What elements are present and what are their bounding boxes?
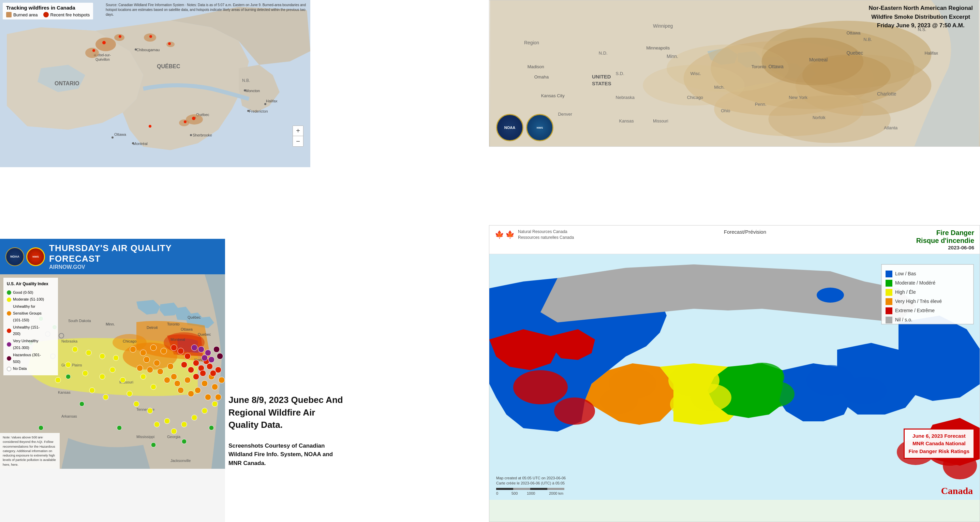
svg-point-36 bbox=[184, 120, 186, 123]
svg-text:1000: 1000 bbox=[527, 491, 535, 495]
svg-point-153 bbox=[185, 377, 191, 383]
noaa-text: NOAA bbox=[504, 126, 515, 130]
svg-point-128 bbox=[140, 374, 146, 379]
hotspots-label: Recent fire hotspots bbox=[51, 12, 90, 18]
svg-rect-220 bbox=[530, 488, 547, 490]
legend-good: Good (0-50) bbox=[7, 289, 54, 296]
noaa-badge: NOAA bbox=[5, 247, 24, 266]
no-data-label: No Data bbox=[13, 366, 27, 372]
svg-point-165 bbox=[185, 353, 191, 359]
smoke-title-line1: Nor-Eastern North American Regional bbox=[869, 5, 973, 11]
svg-rect-209 bbox=[886, 289, 892, 296]
svg-point-197 bbox=[842, 377, 886, 404]
svg-text:Halifax: Halifax bbox=[266, 99, 278, 103]
canada-wordmark: Canada bbox=[941, 485, 973, 496]
svg-point-17 bbox=[244, 89, 246, 91]
svg-point-144 bbox=[143, 356, 150, 363]
svg-text:Low / Bas: Low / Bas bbox=[895, 271, 916, 276]
svg-point-202 bbox=[743, 271, 781, 292]
svg-text:Kansas: Kansas bbox=[619, 118, 634, 123]
svg-rect-221 bbox=[547, 488, 564, 490]
aq-legend-title: U.S. Air Quality Index bbox=[7, 281, 54, 288]
noaa-smoke-map: Region Winnipeg N.D. S.D. Nebraska Kansa… bbox=[489, 0, 980, 147]
weather-service-badge: NWS bbox=[26, 247, 45, 266]
svg-point-201 bbox=[706, 280, 737, 297]
svg-point-195 bbox=[757, 381, 794, 407]
svg-text:STATES: STATES bbox=[592, 80, 611, 86]
svg-point-29 bbox=[179, 120, 189, 126]
svg-point-111 bbox=[38, 425, 43, 430]
canada-flag-icon: 🍁 bbox=[505, 230, 515, 239]
svg-rect-213 bbox=[886, 307, 892, 314]
svg-point-173 bbox=[193, 374, 199, 380]
svg-point-134 bbox=[171, 428, 177, 434]
smoke-map-title: Nor-Eastern North American Regional Wild… bbox=[869, 4, 973, 30]
fd-forecast-header-label: Forecast/Prévision bbox=[724, 229, 766, 235]
svg-point-116 bbox=[72, 346, 78, 352]
fd-title-right: Fire Danger Risque d'incendie 2023-06-06 bbox=[916, 229, 974, 251]
svg-point-151 bbox=[164, 377, 170, 383]
svg-point-122 bbox=[100, 374, 105, 379]
svg-text:Montréal: Montréal bbox=[133, 142, 148, 146]
svg-text:Toronto: Toronto bbox=[167, 322, 180, 326]
svg-text:N.B.: N.B. bbox=[242, 78, 250, 83]
zoom-out-button[interactable]: − bbox=[293, 136, 303, 146]
svg-text:Denver: Denver bbox=[558, 112, 572, 117]
svg-point-123 bbox=[110, 367, 115, 373]
svg-text:Atlanta: Atlanta bbox=[884, 125, 898, 130]
svg-point-136 bbox=[192, 415, 197, 420]
svg-point-140 bbox=[130, 346, 136, 353]
svg-text:Montreal: Montreal bbox=[809, 57, 827, 62]
svg-point-179 bbox=[202, 355, 208, 361]
svg-text:Nebraska: Nebraska bbox=[61, 339, 78, 343]
svg-point-157 bbox=[202, 380, 208, 386]
svg-text:Ohio: Ohio bbox=[721, 108, 730, 113]
svg-point-125 bbox=[89, 388, 95, 393]
svg-point-142 bbox=[150, 345, 156, 351]
svg-point-34 bbox=[168, 42, 171, 45]
svg-text:Penn.: Penn. bbox=[755, 102, 767, 107]
good-dot bbox=[7, 291, 11, 295]
map-title: Tracking wildfires in Canada bbox=[6, 5, 90, 11]
zoom-in-button[interactable]: + bbox=[293, 126, 303, 136]
svg-point-171 bbox=[207, 363, 213, 369]
svg-point-7 bbox=[132, 142, 134, 144]
callout-line1: June 6, 2023 Forecast bbox=[909, 432, 969, 440]
svg-point-188 bbox=[554, 397, 595, 425]
svg-point-149 bbox=[167, 363, 173, 369]
svg-point-145 bbox=[154, 360, 160, 366]
svg-text:Great Plains: Great Plains bbox=[61, 363, 82, 367]
hotspots-swatch bbox=[43, 12, 49, 18]
quebec-caption-block: June 8/9, 2023 Quebec And Regional Wildf… bbox=[229, 394, 344, 468]
very-unhealthy-label: Very Unhealthy(201-300) bbox=[13, 338, 38, 351]
svg-point-127 bbox=[127, 391, 132, 396]
svg-text:ONTARIO: ONTARIO bbox=[54, 80, 80, 86]
svg-point-35 bbox=[192, 117, 196, 120]
svg-point-117 bbox=[86, 350, 91, 356]
svg-point-9 bbox=[190, 134, 192, 136]
very-unhealthy-dot bbox=[7, 342, 11, 346]
aq-title-block: THURSDAY'S AIR QUALITY FORECAST AIRNOW.G… bbox=[49, 243, 220, 270]
svg-text:Nebraska: Nebraska bbox=[616, 95, 635, 100]
svg-text:Ottawa: Ottawa bbox=[181, 327, 193, 331]
svg-point-130 bbox=[134, 401, 139, 407]
svg-text:Toronto: Toronto bbox=[751, 64, 766, 69]
noaa-emblem: NOAA bbox=[496, 114, 523, 141]
svg-point-146 bbox=[137, 365, 143, 371]
fd-map-area: Low / Bas Moderate / Modéré High / Éle V… bbox=[489, 254, 980, 500]
svg-point-160 bbox=[205, 394, 211, 400]
svg-text:Sherbrooke: Sherbrooke bbox=[192, 133, 212, 137]
svg-point-119 bbox=[113, 355, 119, 361]
svg-point-168 bbox=[193, 360, 199, 366]
unhealthy-sensitive-label: Unhealthy forSensitive Groups(101-150) bbox=[13, 303, 41, 323]
svg-point-118 bbox=[100, 353, 105, 359]
svg-point-133 bbox=[164, 418, 170, 424]
svg-text:New York: New York bbox=[789, 95, 807, 100]
svg-text:Arkansas: Arkansas bbox=[61, 414, 77, 418]
svg-text:Nil / s.o.: Nil / s.o. bbox=[895, 317, 913, 322]
svg-text:Wisc.: Wisc. bbox=[690, 71, 702, 76]
svg-point-193 bbox=[670, 392, 704, 416]
svg-point-163 bbox=[171, 345, 177, 351]
svg-point-121 bbox=[83, 370, 88, 376]
svg-point-37 bbox=[149, 125, 151, 128]
